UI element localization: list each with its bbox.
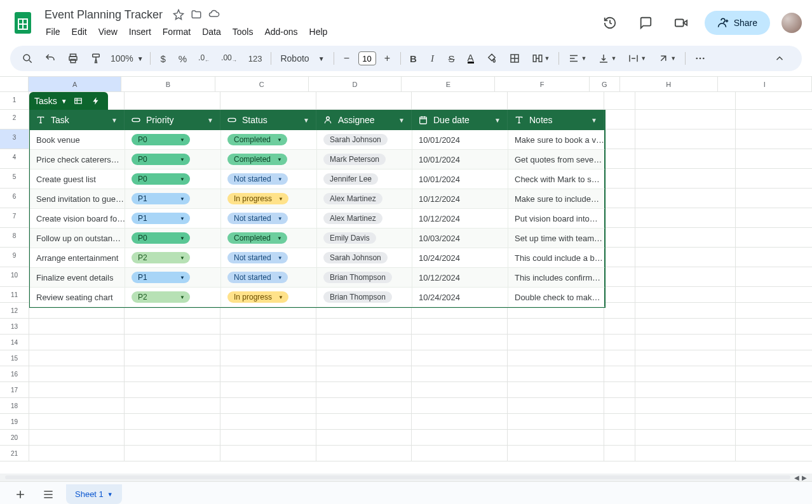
row-header[interactable]: 17 bbox=[0, 382, 29, 398]
row-header[interactable]: 3 bbox=[0, 129, 29, 149]
cell[interactable] bbox=[604, 446, 635, 461]
cell[interactable] bbox=[635, 267, 736, 287]
due-date-cell[interactable]: 10/03/2024 bbox=[412, 229, 508, 248]
cell[interactable] bbox=[635, 398, 736, 414]
row-header[interactable]: 12 bbox=[0, 303, 29, 319]
increase-font-size-button[interactable]: + bbox=[379, 50, 396, 67]
assignee-chip[interactable]: Alex Martinez bbox=[323, 193, 382, 204]
task-cell[interactable]: Create vision board fo… bbox=[30, 209, 125, 229]
row-header[interactable]: 16 bbox=[0, 366, 29, 382]
cell[interactable] bbox=[604, 430, 635, 446]
cell[interactable] bbox=[412, 350, 508, 366]
menu-format[interactable]: Format bbox=[158, 24, 196, 39]
status-chip[interactable]: Not started▼ bbox=[227, 272, 288, 283]
cell[interactable] bbox=[29, 430, 125, 446]
history-icon[interactable] bbox=[598, 11, 622, 35]
cell[interactable] bbox=[736, 267, 812, 287]
cell[interactable] bbox=[412, 366, 508, 382]
assignee-chip[interactable]: Brian Thompson bbox=[323, 291, 392, 303]
cell[interactable] bbox=[125, 382, 220, 398]
cell[interactable] bbox=[635, 149, 736, 169]
assignee-cell[interactable]: Alex Martinez bbox=[317, 189, 412, 209]
priority-chip[interactable]: P0▼ bbox=[132, 173, 190, 185]
table-row[interactable]: Send invitation to gue…P1▼In progress▼Al… bbox=[30, 189, 605, 209]
paint-format-button[interactable] bbox=[85, 50, 107, 67]
more-formats-button[interactable]: 123 bbox=[243, 50, 267, 67]
menu-data[interactable]: Data bbox=[197, 24, 226, 39]
cell[interactable] bbox=[736, 149, 812, 169]
due-date-cell[interactable]: 10/12/2024 bbox=[412, 209, 508, 229]
table-row[interactable]: Create vision board fo…P1▼Not started▼Al… bbox=[30, 209, 605, 229]
cell[interactable] bbox=[736, 129, 812, 149]
table-header-status[interactable]: Status▼ bbox=[220, 110, 316, 130]
cell[interactable] bbox=[604, 129, 635, 149]
more-toolbar-button[interactable] bbox=[689, 50, 711, 67]
priority-cell[interactable]: P0▼ bbox=[125, 130, 221, 150]
row-header[interactable]: 9 bbox=[0, 248, 29, 267]
increase-decimal-button[interactable]: .00→ bbox=[216, 50, 242, 67]
due-date-cell[interactable]: 10/24/2024 bbox=[412, 248, 508, 268]
table-name-chip[interactable]: Tasks ▼ bbox=[29, 92, 108, 110]
column-header-I[interactable]: I bbox=[718, 77, 812, 91]
text-wrap-button[interactable]: ▼ bbox=[623, 50, 651, 67]
horizontal-scrollbar[interactable]: ◀▶ bbox=[0, 474, 812, 481]
cell[interactable] bbox=[125, 319, 220, 335]
priority-cell[interactable]: P2▼ bbox=[125, 248, 221, 268]
status-chip[interactable]: Completed▼ bbox=[227, 134, 287, 145]
column-header-B[interactable]: B bbox=[121, 77, 215, 91]
cell[interactable] bbox=[316, 350, 412, 366]
meet-icon[interactable] bbox=[669, 11, 693, 35]
row-header[interactable]: 10 bbox=[0, 267, 29, 287]
notes-cell[interactable]: This includes confirm… bbox=[508, 268, 605, 288]
cell[interactable] bbox=[220, 414, 316, 430]
cell[interactable] bbox=[220, 92, 316, 110]
task-cell[interactable]: Arrange entertainment bbox=[30, 248, 125, 268]
assignee-cell[interactable]: Alex Martinez bbox=[317, 209, 412, 229]
cell[interactable] bbox=[412, 319, 508, 335]
status-cell[interactable]: Not started▼ bbox=[221, 268, 317, 288]
table-header-task[interactable]: Task▼ bbox=[29, 110, 125, 130]
chevron-down-icon[interactable]: ▼ bbox=[303, 117, 309, 124]
status-cell[interactable]: Not started▼ bbox=[221, 169, 317, 189]
percent-button[interactable]: % bbox=[173, 50, 192, 67]
notes-cell[interactable]: Check with Mark to s… bbox=[508, 169, 605, 189]
cell[interactable] bbox=[736, 189, 812, 208]
table-row[interactable]: Follow up on outstan…P0▼Completed▼Emily … bbox=[30, 229, 605, 248]
priority-cell[interactable]: P1▼ bbox=[125, 189, 221, 209]
table-row[interactable]: Create guest listP0▼Not started▼Jennifer… bbox=[30, 169, 605, 189]
cell[interactable] bbox=[736, 303, 812, 319]
cell[interactable] bbox=[635, 208, 736, 228]
column-header-D[interactable]: D bbox=[309, 77, 402, 91]
cell[interactable] bbox=[604, 335, 635, 350]
cell[interactable] bbox=[29, 382, 125, 398]
cell[interactable] bbox=[736, 248, 812, 267]
notes-cell[interactable]: Make sure to book a v… bbox=[508, 130, 605, 150]
cell[interactable] bbox=[736, 319, 812, 335]
row-header[interactable]: 11 bbox=[0, 287, 29, 303]
cell[interactable] bbox=[508, 382, 604, 398]
cell[interactable] bbox=[604, 267, 635, 287]
print-button[interactable] bbox=[62, 50, 84, 67]
status-chip[interactable]: Completed▼ bbox=[227, 154, 287, 165]
status-cell[interactable]: In progress▼ bbox=[221, 189, 317, 209]
row-header[interactable]: 2 bbox=[0, 110, 29, 129]
cell[interactable] bbox=[508, 319, 604, 335]
cell[interactable] bbox=[29, 366, 125, 382]
table-header-assignee[interactable]: Assignee▼ bbox=[316, 110, 412, 130]
move-folder-icon[interactable] bbox=[191, 9, 202, 20]
text-color-button[interactable]: A bbox=[462, 50, 480, 67]
cloud-status-icon[interactable] bbox=[208, 9, 220, 20]
due-date-cell[interactable]: 10/01/2024 bbox=[412, 130, 508, 150]
cell[interactable] bbox=[604, 110, 635, 129]
cell[interactable] bbox=[604, 92, 635, 110]
table-row[interactable]: Arrange entertainmentP2▼Not started▼Sara… bbox=[30, 248, 605, 268]
due-date-cell[interactable]: 10/12/2024 bbox=[412, 189, 508, 209]
cell[interactable] bbox=[29, 319, 125, 335]
cell[interactable] bbox=[29, 446, 125, 461]
priority-chip[interactable]: P2▼ bbox=[132, 252, 190, 263]
priority-chip[interactable]: P0▼ bbox=[132, 154, 190, 165]
cell[interactable] bbox=[604, 366, 635, 382]
due-date-cell[interactable]: 10/24/2024 bbox=[412, 288, 508, 307]
chevron-down-icon[interactable]: ▼ bbox=[591, 117, 597, 124]
task-cell[interactable]: Price check caterers… bbox=[30, 150, 125, 169]
